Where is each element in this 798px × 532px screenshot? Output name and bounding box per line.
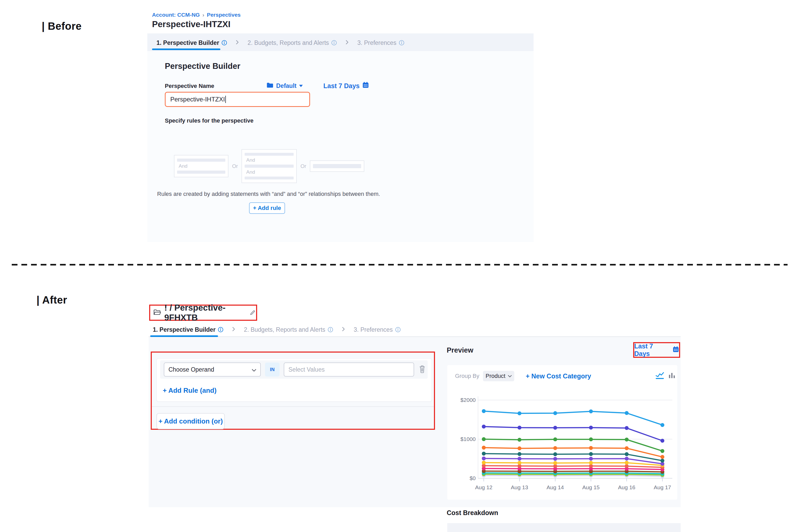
info-icon <box>331 40 337 46</box>
tab-budgets-reports-alerts[interactable]: 2. Budgets, Reports and Alerts <box>244 326 333 333</box>
rules-helper-text: Rules are created by adding statements w… <box>156 191 381 197</box>
preview-chart[interactable]: $0$1000$2000Aug 12Aug 13Aug 14Aug 15Aug … <box>453 391 676 495</box>
bar-chart-toggle-icon[interactable] <box>668 372 677 381</box>
tab-label: 3. Preferences <box>357 39 396 46</box>
operand-select[interactable]: Choose Operand <box>164 362 261 377</box>
new-cost-category-link[interactable]: + New Cost Category <box>526 373 591 380</box>
before-tabs: 1. Perspective Builder 2. Budgets, Repor… <box>156 38 404 48</box>
builder-heading: Perspective Builder <box>165 61 240 71</box>
after-section-label: | After <box>37 294 67 306</box>
text-cursor <box>225 96 226 103</box>
select-values-input[interactable] <box>284 362 414 377</box>
operand-select-value: Choose Operand <box>169 366 214 373</box>
tab-label: 1. Perspective Builder <box>153 326 215 333</box>
illustration-and-label: And <box>244 169 294 175</box>
perspective-name-label: Perspective Name <box>165 83 214 90</box>
illustration-bar <box>245 176 293 179</box>
add-rule-button[interactable]: + Add rule <box>249 202 285 214</box>
illustration-or-label: Or <box>232 163 238 169</box>
svg-text:$0: $0 <box>470 475 476 481</box>
info-icon <box>399 40 404 46</box>
svg-text:Aug 12: Aug 12 <box>475 484 493 490</box>
date-range-label: Last 7 Days <box>634 342 670 358</box>
info-icon <box>327 327 333 332</box>
tab-chevron-icon <box>341 326 346 333</box>
group-by-label: Group By <box>455 373 479 379</box>
illustration-and-label: And <box>244 157 294 163</box>
before-panel-bg <box>147 51 534 242</box>
tab-label: 1. Perspective Builder <box>156 39 219 46</box>
folder-selector[interactable]: Default <box>267 81 303 90</box>
group-by-select[interactable]: Product <box>483 371 514 381</box>
tab-label: 2. Budgets, Reports and Alerts <box>247 39 329 46</box>
tab-chevron-icon <box>231 326 236 333</box>
folder-open-icon <box>153 309 161 317</box>
date-range-label: Last 7 Days <box>323 82 360 90</box>
tab-label: 3. Preferences <box>354 326 393 333</box>
preview-date-range-picker[interactable]: Last 7 Days <box>634 342 679 358</box>
illustration-group-3 <box>310 160 364 172</box>
illustration-group-2: And And <box>242 149 297 183</box>
folder-icon <box>267 82 273 89</box>
svg-text:Aug 16: Aug 16 <box>618 484 635 490</box>
after-page-title: ! / Perspective-9FHXTB <box>164 303 247 323</box>
info-icon <box>395 327 401 332</box>
breadcrumb-perspectives-link[interactable]: Perspectives <box>207 12 241 18</box>
preview-date-annotation-box: Last 7 Days <box>633 342 680 358</box>
breadcrumb: Account: CCM-NG › Perspectives <box>152 11 241 19</box>
tab-perspective-builder[interactable]: 1. Perspective Builder <box>153 326 224 333</box>
tab-chevron-icon <box>234 39 240 46</box>
after-title-annotation-box: ! / Perspective-9FHXTB <box>149 305 257 321</box>
tab-label: 2. Budgets, Reports and Alerts <box>244 326 325 333</box>
condition-divider <box>152 406 434 407</box>
svg-text:Aug 17: Aug 17 <box>654 484 671 490</box>
edit-pencil-icon[interactable] <box>250 309 256 316</box>
svg-text:$2000: $2000 <box>460 397 476 403</box>
group-by-value: Product <box>486 373 506 379</box>
breadcrumb-separator-icon: › <box>202 12 204 18</box>
tab-preferences[interactable]: 3. Preferences <box>354 326 401 333</box>
illustration-and-label: And <box>176 163 226 169</box>
rules-illustration: And Or And And Or <box>174 149 364 183</box>
group-by-row: Group By Product + New Cost Category <box>455 370 591 382</box>
illustration-bar <box>313 164 361 168</box>
illustration-bar <box>245 153 293 156</box>
illustration-bar <box>177 171 225 174</box>
add-condition-or-button[interactable]: + Add condition (or) <box>156 413 225 429</box>
perspective-name-input[interactable]: Perspective-IHTZXI <box>165 92 310 107</box>
chevron-down-icon <box>252 366 256 373</box>
tab-preferences[interactable]: 3. Preferences <box>357 39 404 46</box>
illustration-group-1: And <box>174 155 228 177</box>
calendar-icon <box>672 346 679 354</box>
folder-selector-value: Default <box>276 82 297 90</box>
svg-text:Aug 14: Aug 14 <box>547 484 564 490</box>
breadcrumb-account-link[interactable]: Account: CCM-NG <box>152 12 200 18</box>
illustration-bar <box>177 158 225 162</box>
tab-chevron-icon <box>344 39 350 46</box>
before-page-title: Perspective-IHTZXI <box>152 19 230 29</box>
tab-budgets-reports-alerts[interactable]: 2. Budgets, Reports and Alerts <box>247 39 337 46</box>
chevron-down-icon <box>508 375 512 377</box>
cost-breakdown-heading: Cost Breakdown <box>447 509 498 517</box>
cost-breakdown-table-top <box>447 523 681 532</box>
screenshot-canvas: | Before Account: CCM-NG › Perspectives … <box>0 0 798 532</box>
info-icon <box>222 40 227 46</box>
svg-text:Aug 13: Aug 13 <box>511 484 528 490</box>
before-date-range-picker[interactable]: Last 7 Days <box>323 81 369 90</box>
svg-text:Aug 15: Aug 15 <box>582 484 600 490</box>
tab-perspective-builder[interactable]: 1. Perspective Builder <box>156 39 227 46</box>
caret-down-icon <box>299 85 303 87</box>
illustration-or-label: Or <box>300 163 306 169</box>
add-rule-and-link[interactable]: + Add Rule (and) <box>163 386 216 395</box>
after-tabs: 1. Perspective Builder 2. Budgets, Repor… <box>153 325 401 334</box>
info-icon <box>218 327 224 332</box>
before-section-label: | Before <box>42 20 82 32</box>
rules-section-label: Specify rules for the perspective <box>165 117 253 124</box>
before-after-divider <box>12 264 787 265</box>
delete-rule-trash-icon[interactable] <box>418 365 426 376</box>
line-chart-toggle-icon[interactable] <box>655 372 664 381</box>
calendar-icon <box>362 82 369 90</box>
illustration-bar <box>245 165 293 167</box>
operator-chip[interactable]: IN <box>265 362 280 377</box>
svg-text:$1000: $1000 <box>460 436 476 442</box>
